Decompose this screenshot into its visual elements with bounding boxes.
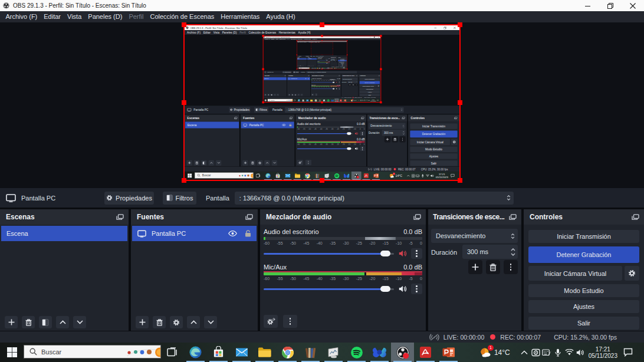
visibility-eye-icon[interactable]: [228, 231, 237, 236]
filters-button[interactable]: Filtros: [163, 192, 196, 205]
display-icon: [137, 230, 146, 238]
add-scene-button[interactable]: [5, 316, 18, 328]
sources-dock-title: Fuentes: [137, 213, 164, 221]
channel-menu-button[interactable]: [411, 284, 422, 294]
channel-menu-button[interactable]: [411, 248, 422, 259]
muted-speaker-icon[interactable]: [397, 250, 409, 257]
slider-thumb[interactable]: [380, 286, 390, 292]
advanced-audio-button[interactable]: [264, 315, 278, 328]
move-scene-down-button[interactable]: [73, 316, 86, 328]
tray-obs-icon[interactable]: [530, 348, 541, 357]
taskbar-explorer[interactable]: [253, 343, 276, 362]
restore-button[interactable]: [599, 0, 622, 11]
popout-icon[interactable]: [245, 214, 253, 221]
taskbar-powerpoint[interactable]: [437, 343, 460, 362]
close-button[interactable]: [622, 0, 644, 11]
taskbar-obs-studio[interactable]: [391, 343, 414, 362]
studio-mode-button[interactable]: Modo Estudio: [528, 284, 639, 297]
tray-wifi-icon[interactable]: [564, 349, 575, 356]
weather-temp[interactable]: 14°C: [494, 348, 510, 357]
mixer-channel-desktop-audio: Audio del escritorio 0.0 dB -60-55-50-45…: [264, 228, 422, 259]
taskbar-books[interactable]: [299, 343, 322, 362]
transition-menu-button[interactable]: [504, 260, 518, 274]
taskbar-media-player[interactable]: [322, 343, 345, 362]
clock-time: 17:21: [589, 346, 617, 353]
taskbar-acrobat[interactable]: [414, 343, 437, 362]
popout-icon[interactable]: [413, 214, 421, 221]
taskbar-chrome[interactable]: [276, 343, 299, 362]
remove-scene-button[interactable]: [22, 316, 35, 328]
cpu-fps: CPU: 15.2%, 30.00 fps: [554, 334, 617, 341]
source-properties-button[interactable]: [170, 316, 183, 328]
source-item[interactable]: Pantalla PC: [132, 226, 257, 241]
taskbar-wondershare[interactable]: [368, 343, 391, 362]
store-icon: [212, 346, 225, 358]
lock-icon[interactable]: [245, 230, 251, 237]
audio-settings-icon: [267, 318, 275, 325]
move-source-up-button[interactable]: [187, 316, 200, 328]
slider-thumb[interactable]: [380, 251, 390, 256]
search-highlights-icon[interactable]: [118, 345, 160, 358]
start-virtual-camera-button[interactable]: Iniciar Cámara Virtual: [528, 266, 622, 281]
monitor-select[interactable]: : 1366x768 @ 0.0 (Monitor principal): [235, 192, 514, 205]
minimize-button[interactable]: [577, 0, 599, 11]
filter-icon: [42, 319, 49, 326]
volume-slider[interactable]: [264, 284, 394, 294]
exit-button[interactable]: Salir: [528, 317, 639, 330]
stop-recording-button[interactable]: Detener Grabación: [528, 246, 639, 263]
trash-icon: [156, 319, 163, 326]
source-toolbar: Pantalla PC Propiedades Filtros Pantalla…: [0, 188, 644, 209]
properties-button[interactable]: Propiedades: [104, 192, 154, 205]
remove-transition-button[interactable]: [486, 260, 500, 274]
action-center-icon[interactable]: [623, 348, 633, 357]
menu-item[interactable]: Perfil: [126, 11, 147, 22]
title-bar: OBS 29.1.3 - Perfil: Sin Título - Escena…: [0, 0, 644, 11]
move-scene-up-button[interactable]: [56, 316, 69, 328]
tray-expand-chevron-icon[interactable]: [519, 350, 530, 355]
volume-slider[interactable]: [264, 248, 394, 259]
remove-source-button[interactable]: [153, 316, 166, 328]
channel-name: Audio del escritorio: [264, 228, 319, 235]
tray-volume-icon[interactable]: [575, 349, 586, 356]
spin-arrows-icon[interactable]: [508, 248, 518, 256]
settings-button[interactable]: Ajustes: [528, 300, 639, 313]
properties-label: Propiedades: [116, 195, 152, 202]
taskbar-apps: [161, 343, 460, 362]
scene-item[interactable]: Escena: [1, 226, 127, 241]
preview-area[interactable]: OBS 29.1.3 - Perfil: Sin Título - Escena…: [0, 22, 644, 188]
speaker-icon[interactable]: [397, 285, 409, 292]
taskbar-spotify[interactable]: [345, 343, 368, 362]
taskbar-store[interactable]: [207, 343, 230, 362]
popout-icon[interactable]: [116, 214, 124, 221]
popout-icon[interactable]: [632, 214, 639, 221]
duration-spinbox[interactable]: 300 ms: [462, 245, 518, 259]
move-source-down-button[interactable]: [204, 316, 217, 328]
tray-microphone-icon[interactable]: [553, 348, 564, 357]
taskbar-clock[interactable]: 17:21 05/11/2023: [589, 346, 617, 359]
transition-select[interactable]: Desvanecimiento: [431, 229, 518, 243]
taskbar-search[interactable]: Buscar: [24, 345, 161, 358]
add-transition-button[interactable]: [468, 260, 482, 274]
start-streaming-button[interactable]: Iniciar Transmisión: [528, 230, 639, 243]
taskbar-edge[interactable]: [184, 343, 207, 362]
tray-touch-keyboard-icon[interactable]: [541, 349, 553, 356]
menu-item[interactable]: Archivo (F): [2, 11, 41, 22]
virtual-camera-settings-button[interactable]: [625, 266, 639, 281]
popout-icon[interactable]: [509, 214, 517, 221]
add-source-button[interactable]: [136, 316, 149, 328]
scene-filters-button[interactable]: [39, 316, 52, 328]
menu-item[interactable]: Paneles (D): [85, 11, 126, 22]
weather-icon[interactable]: 1: [479, 347, 491, 358]
task-view-button[interactable]: [161, 343, 184, 362]
taskbar-mail[interactable]: [230, 343, 253, 362]
menu-item[interactable]: Editar: [41, 11, 64, 22]
start-button[interactable]: [0, 343, 24, 362]
task-view-icon: [167, 347, 178, 357]
screen-capture-source[interactable]: OBS 29.1.3 - Perfil: Sin Título - Escena…: [185, 25, 459, 180]
menu-item[interactable]: Ayuda (H): [263, 11, 298, 22]
menu-item[interactable]: Colección de Escenas: [147, 11, 218, 22]
mixer-menu-button[interactable]: [283, 315, 297, 328]
menu-item[interactable]: Herramientas: [218, 11, 263, 22]
menu-item[interactable]: Vista: [64, 11, 85, 22]
windows-taskbar: Buscar: [0, 343, 644, 362]
